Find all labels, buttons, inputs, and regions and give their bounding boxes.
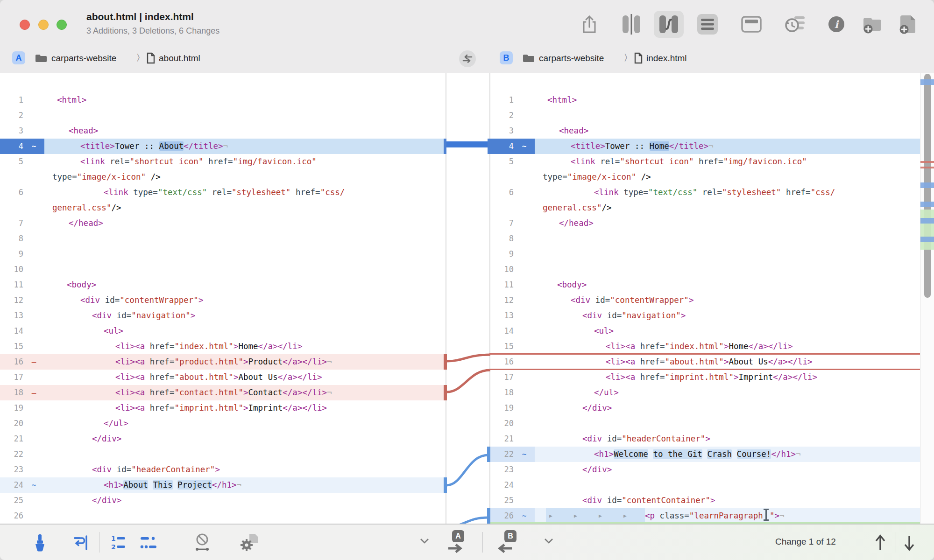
code-line[interactable]: 5<link rel="shortcut icon" href="img/fav…: [0, 154, 446, 169]
code-line[interactable]: 17<li><a href="imprint.html">Imprint</a>…: [490, 370, 920, 385]
invisibles-icon[interactable]: [139, 533, 159, 553]
code-segment: >: [191, 311, 196, 320]
zoom-button[interactable]: [57, 20, 67, 30]
code-segment: About: [123, 480, 148, 490]
code-line[interactable]: 16<li><a href="about.html">About Us</a><…: [490, 354, 920, 370]
code-line[interactable]: type="image/x-icon" />: [490, 169, 920, 185]
blocks-view-icon[interactable]: [619, 12, 644, 36]
code-line[interactable]: 21</div>: [0, 431, 446, 447]
code-line[interactable]: 1<html>: [490, 92, 920, 108]
code-line[interactable]: 1<html>: [0, 92, 446, 108]
code-line[interactable]: 3<head>: [0, 123, 446, 139]
text-window-icon[interactable]: [739, 12, 764, 36]
previous-change-button[interactable]: [873, 534, 887, 552]
code-line[interactable]: 23</div>: [490, 462, 920, 477]
line-number: 9: [490, 246, 514, 262]
code-line[interactable]: 19</div>: [490, 400, 920, 416]
overview-change-marker: [920, 210, 934, 250]
text-cursor: [763, 509, 770, 521]
code-line[interactable]: 6<link type="text/css" rel="stylesheet" …: [0, 185, 446, 200]
apply-to-b-button[interactable]: B: [498, 530, 524, 555]
code-segment: class=: [660, 511, 689, 520]
code-line[interactable]: 19<li><a href="imprint.html">Imprint</a>…: [0, 400, 446, 416]
add-folder-icon[interactable]: [860, 12, 884, 36]
code-line[interactable]: 12<div id="contentWrapper">: [490, 293, 920, 308]
add-file-icon[interactable]: [896, 12, 920, 36]
code-line[interactable]: 13<div id="navigation">: [0, 308, 446, 323]
code-line[interactable]: 20: [490, 416, 920, 431]
code-segment: <div: [582, 496, 607, 505]
fluid-view-icon[interactable]: [654, 11, 684, 38]
line-number: 15: [490, 339, 514, 354]
code-line[interactable]: 24~<h1>About This Project</h1>¬: [0, 477, 446, 493]
file-settings-icon[interactable]: [239, 533, 259, 553]
code-line[interactable]: 7</head>: [0, 216, 446, 231]
diff-summary: 3 Additions, 3 Deletions, 6 Changes: [86, 26, 219, 36]
code-line[interactable]: general.css"/>: [0, 200, 446, 216]
line-numbers-icon[interactable]: 12: [109, 533, 129, 553]
code-line[interactable]: 21<div id="headerContainer">: [490, 431, 920, 447]
code-line[interactable]: 20</ul>: [0, 416, 446, 431]
code-line[interactable]: 15<li><a href="index.html">Home</a></li>: [490, 339, 920, 354]
code-line[interactable]: 23<div id="headerContainer">: [0, 462, 446, 477]
code-segment: <div: [571, 295, 595, 305]
line-number: 8: [490, 231, 514, 246]
code-line[interactable]: 22: [0, 447, 446, 462]
breadcrumb-folder-a[interactable]: carparts-website: [51, 53, 116, 63]
code-line[interactable]: general.css"/>: [490, 200, 920, 216]
change-counter: Change 1 of 12: [775, 537, 836, 547]
code-line[interactable]: 25</div>: [0, 493, 446, 508]
code-line[interactable]: 18–<li><a href="contact.html">Contact</a…: [0, 385, 446, 400]
apply-to-a-button[interactable]: A: [446, 530, 472, 555]
code-segment: "shortcut icon": [620, 157, 693, 166]
chevron-down-icon[interactable]: [544, 538, 554, 544]
code-line[interactable]: 24: [490, 477, 920, 493]
minimize-button[interactable]: [38, 20, 49, 30]
breadcrumb-file-a[interactable]: about.html: [159, 53, 200, 63]
code-line[interactable]: 12<div id="contentWrapper">: [0, 293, 446, 308]
code-line[interactable]: 18</ul>: [490, 385, 920, 400]
code-line[interactable]: 8: [0, 231, 446, 246]
history-icon[interactable]: [784, 12, 808, 36]
code-line[interactable]: 6<link type="text/css" rel="stylesheet" …: [490, 185, 920, 200]
code-line[interactable]: 14<ul>: [0, 323, 446, 339]
code-line[interactable]: 9: [490, 246, 920, 262]
code-line[interactable]: 3<head>: [490, 123, 920, 139]
code-line[interactable]: 17<li><a href="about.html">About Us</a><…: [0, 370, 446, 385]
code-segment: "image/x-icon": [77, 172, 146, 182]
code-line[interactable]: 13<div id="navigation">: [490, 308, 920, 323]
chevron-down-icon[interactable]: [419, 538, 430, 544]
breadcrumb-folder-b[interactable]: carparts-website: [539, 53, 604, 63]
code-line[interactable]: 4~<title>Tower :: About</title>¬: [0, 139, 446, 154]
unified-view-icon[interactable]: [695, 12, 720, 36]
code-line[interactable]: 4~<title>Tower :: Home</title>¬: [490, 139, 920, 154]
code-line[interactable]: 14<ul>: [490, 323, 920, 339]
share-icon[interactable]: [577, 12, 601, 36]
code-line[interactable]: 5<link rel="shortcut icon" href="img/fav…: [490, 154, 920, 169]
code-line[interactable]: 9: [0, 246, 446, 262]
code-line[interactable]: 2: [490, 108, 920, 123]
close-button[interactable]: [20, 20, 30, 30]
code-line[interactable]: 22~<h1>Welcome to the Git Crash Course!<…: [490, 447, 920, 462]
code-line[interactable]: 11<body>: [490, 277, 920, 293]
next-change-button[interactable]: [902, 534, 916, 552]
code-line[interactable]: 10: [490, 262, 920, 277]
code-line[interactable]: 11<body>: [0, 277, 446, 293]
code-line[interactable]: 8: [490, 231, 920, 246]
line-number: 6: [0, 185, 23, 200]
ignore-changes-icon[interactable]: [192, 533, 212, 553]
swap-files-button[interactable]: [459, 50, 476, 67]
code-line[interactable]: 10: [0, 262, 446, 277]
wrap-lines-icon[interactable]: [70, 533, 90, 553]
code-line[interactable]: 16–<li><a href="product.html">Product</a…: [0, 354, 446, 370]
breadcrumb-file-b[interactable]: index.html: [646, 53, 687, 63]
code-line[interactable]: type="image/x-icon" />: [0, 169, 446, 185]
syntax-highlight-icon[interactable]: [30, 533, 50, 553]
code-line[interactable]: 7</head>: [490, 216, 920, 231]
code-line[interactable]: 25<div id="contentContainer">: [490, 493, 920, 508]
code-line[interactable]: 15<li><a href="index.html">Home</a></li>: [0, 339, 446, 354]
code-line[interactable]: 26: [0, 508, 446, 524]
change-marker: [23, 370, 44, 385]
info-icon[interactable]: i: [824, 12, 849, 36]
code-line[interactable]: 2: [0, 108, 446, 123]
